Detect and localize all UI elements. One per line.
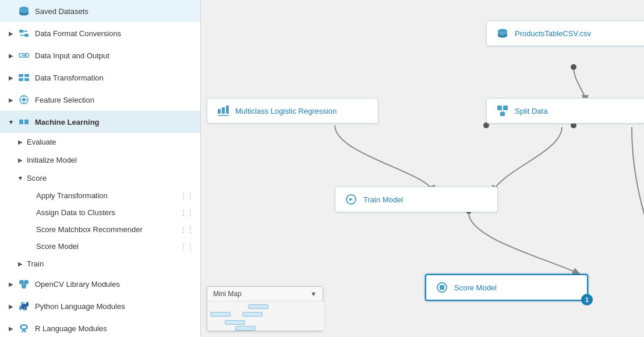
sidebar-item-score-model-leaf[interactable]: Score Model ⋮⋮ (0, 238, 200, 255)
svg-point-18 (24, 280, 29, 285)
db-icon (496, 27, 509, 40)
node-products-csv[interactable]: ProductsTableCSV.csv (486, 20, 644, 46)
svg-rect-6 (19, 78, 23, 81)
svg-point-0 (19, 7, 29, 11)
minimap-node-5 (235, 326, 256, 331)
drag-handle-icon: ⋮⋮ (180, 192, 194, 200)
node-multiclass-lr-label: Multiclass Logistic Regression (235, 107, 337, 115)
svg-rect-35 (500, 112, 505, 116)
sidebar-item-r-modules[interactable]: ▶ R Language Modules (0, 317, 200, 337)
svg-point-19 (22, 284, 26, 289)
minimap-node-2 (210, 312, 231, 317)
sidebar-label-train: Train (27, 259, 44, 268)
sidebar-label-score-model: Score Model (36, 242, 79, 251)
sidebar-item-data-input[interactable]: ▶ Data Input and Output (0, 44, 200, 66)
r-icon (17, 322, 30, 335)
sidebar-label-data-format: Data Format Conversions (35, 29, 121, 38)
svg-rect-4 (19, 74, 23, 77)
arrow-icon-feature: ▶ (7, 96, 15, 104)
opencv-icon (17, 278, 30, 290)
minimap-title: Mini Map (213, 290, 242, 298)
node-split-data-label: Split Data (515, 107, 547, 115)
score-model-badge: 1 (581, 294, 593, 306)
python-icon (17, 300, 30, 313)
sidebar-item-apply-transformation[interactable]: Apply Transformation ⋮⋮ (0, 187, 200, 204)
conversion-icon (17, 27, 30, 40)
arrow-icon-score: ▼ (16, 174, 24, 182)
sidebar-label-data-transform: Data Transformation (35, 73, 104, 82)
sidebar-label-feature-selection: Feature Selection (35, 96, 94, 104)
svg-rect-29 (218, 109, 221, 114)
ml-icon (17, 115, 30, 128)
sidebar-label-r-modules: R Language Modules (35, 324, 107, 333)
sidebar-item-python[interactable]: ▶ Python Language Modules (0, 295, 200, 317)
sidebar-label-score: Score (27, 174, 47, 182)
arrow-icon-opencv: ▶ (7, 280, 15, 288)
drag-handle-icon-4: ⋮⋮ (180, 243, 194, 251)
node-products-csv-label: ProductsTableCSV.csv (515, 29, 591, 38)
sidebar-item-data-format[interactable]: ▶ Data Format Conversions (0, 22, 200, 44)
minimap-node-3 (242, 312, 263, 317)
svg-rect-1 (19, 30, 23, 33)
drag-handle-icon-3: ⋮⋮ (180, 226, 194, 234)
arrow-icon: ▶ (7, 29, 15, 37)
node-score-model-label: Score Model (454, 283, 497, 292)
minimap-body (207, 301, 324, 331)
sidebar-item-feature-selection[interactable]: ▶ Feature Selection (0, 89, 200, 111)
sidebar-label-data-input: Data Input and Output (35, 51, 109, 60)
sidebar-label-saved-datasets: Saved Datasets (35, 7, 89, 16)
sidebar-item-score-matchbox[interactable]: Score Matchbox Recommender ⋮⋮ (0, 221, 200, 238)
model-icon (217, 104, 229, 117)
split-icon (496, 104, 509, 117)
minimap-dropdown-arrow: ▼ (310, 290, 317, 297)
node-multiclass-lr[interactable]: Multiclass Logistic Regression (207, 98, 378, 124)
transform-icon (17, 71, 30, 84)
sidebar-label-python: Python Language Modules (35, 302, 125, 311)
sidebar-item-train[interactable]: ▶ Train (0, 255, 200, 273)
svg-point-23 (22, 326, 26, 329)
minimap-node-1 (248, 304, 268, 309)
node-train-model-label: Train Model (363, 195, 403, 204)
train-icon (345, 193, 358, 206)
node-split-data[interactable]: Split Data (486, 98, 644, 124)
arrow-icon-transform: ▶ (7, 73, 15, 82)
arrow-icon-input: ▶ (7, 51, 15, 59)
arrow-icon-ml: ▼ (7, 118, 15, 126)
sidebar-item-saved-datasets[interactable]: ▶ Saved Datasets (0, 0, 200, 22)
svg-rect-15 (24, 120, 29, 124)
svg-point-17 (19, 280, 24, 285)
minimap-node-4 (225, 320, 245, 325)
arrow-icon-train: ▶ (16, 260, 24, 268)
svg-rect-5 (24, 74, 29, 77)
sidebar-label-score-matchbox: Score Matchbox Recommender (36, 225, 143, 234)
sidebar-label-evaluate: Evaluate (27, 138, 56, 146)
sidebar-item-evaluate[interactable]: ▶ Evaluate (0, 133, 200, 151)
minimap-header: Mini Map ▼ (207, 287, 323, 301)
sidebar-item-opencv[interactable]: ▶ OpenCV Library Modules (0, 273, 200, 295)
drag-handle-icon-2: ⋮⋮ (180, 209, 194, 217)
svg-point-9 (22, 98, 26, 101)
minimap: Mini Map ▼ (207, 286, 323, 331)
sidebar-item-assign-clusters[interactable]: Assign Data to Clusters ⋮⋮ (0, 204, 200, 221)
sidebar-item-initialize-model[interactable]: ▶ Initialize Model (0, 151, 200, 169)
input-icon (17, 49, 30, 62)
node-score-model[interactable]: Score Model 1 (425, 274, 588, 301)
sidebar-item-data-transform[interactable]: ▶ Data Transformation (0, 66, 200, 89)
svg-rect-2 (24, 34, 29, 37)
svg-rect-7 (24, 78, 29, 81)
dataset-icon (17, 5, 30, 17)
feature-icon (17, 93, 30, 106)
sidebar-item-score[interactable]: ▼ Score (0, 169, 200, 187)
svg-point-21 (24, 308, 26, 310)
arrow-icon-python: ▶ (7, 302, 15, 310)
node-train-model[interactable]: Train Model (335, 187, 498, 212)
sidebar-label-initialize-model: Initialize Model (27, 156, 77, 164)
sidebar-item-machine-learning[interactable]: ▼ Machine Learning (0, 111, 200, 133)
sidebar: ▶ Saved Datasets ▶ Data Format Conversio… (0, 0, 201, 337)
svg-rect-31 (226, 106, 229, 114)
svg-rect-14 (19, 120, 23, 124)
canvas-area: ProductsTableCSV.csv Multiclass Logistic… (201, 0, 644, 337)
svg-rect-30 (222, 107, 225, 114)
svg-point-20 (23, 303, 24, 304)
minimap-dropdown[interactable]: ▼ (310, 290, 317, 297)
